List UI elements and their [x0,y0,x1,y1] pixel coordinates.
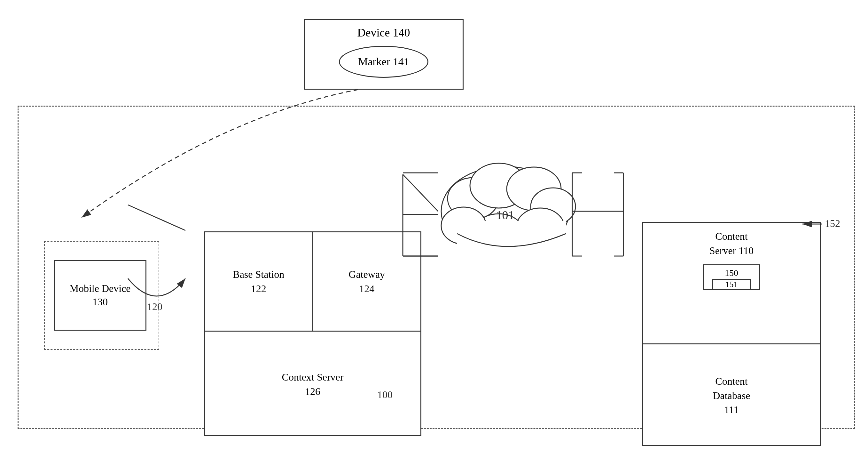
main-dashed-box: Mobile DeviceMobile Device 130130 Base S… [18,106,855,429]
content-database-label: ContentDatabase111 [713,374,750,417]
content-server-top: ContentServer 110 150 151 [643,223,820,344]
device-140-box: Device 140 Marker 141 [304,19,464,90]
diagram-container: Device 140 Marker 141 Mobile DeviceMobil… [0,0,868,458]
label-150: 150 [725,268,738,278]
bsg-outer-box: Base Station122 Gateway124 Context Serve… [204,231,422,436]
label-151: 151 [725,280,738,289]
mobile-device-box: Mobile DeviceMobile Device 130130 [54,260,147,331]
content-database-section: ContentDatabase111 [643,344,820,447]
base-station-cell: Base Station122 [205,232,313,331]
marker-141-ellipse: Marker 141 [339,46,428,78]
inner-box-150: 150 151 [703,264,760,290]
marker-label: Marker 141 [358,56,409,68]
label-152: 152 [825,218,840,229]
inner-box-151: 151 [712,279,751,290]
gateway-cell: Gateway124 [313,232,421,331]
context-server-cell: Context Server126 [205,332,421,437]
mobile-device-label: Mobile DeviceMobile Device 130130 [69,282,130,309]
base-station-label: Base Station122 [233,267,284,296]
gateway-label: Gateway124 [348,267,385,296]
content-server-outer-box: ContentServer 110 150 151 ContentDatabas… [642,222,821,446]
context-server-label: Context Server126 [282,370,344,399]
bsg-top-row: Base Station122 Gateway124 [205,232,421,332]
device-label: Device 140 [358,26,410,39]
label-120: 120 [147,301,162,313]
label-100: 100 [377,389,393,401]
content-server-label: ContentServer 110 [709,229,753,258]
